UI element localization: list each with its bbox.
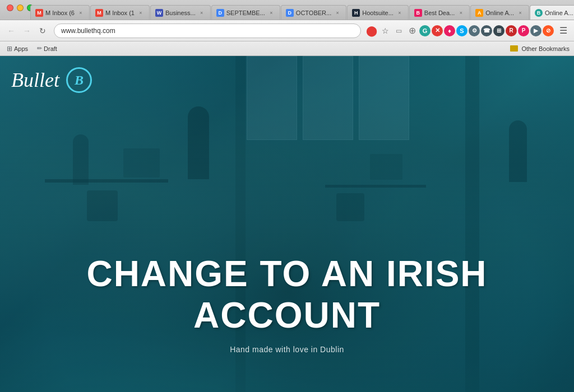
bookmark-star-icon[interactable]: ☆ — [379, 25, 391, 37]
tab-close-7[interactable]: × — [457, 9, 465, 17]
tab-gmail-2[interactable]: M M Inbox (1 × — [90, 5, 150, 20]
tab-close-6[interactable]: × — [396, 9, 404, 17]
tab-hootsuite[interactable]: H Hootsuite... × — [347, 5, 409, 20]
profile-icon[interactable]: ⊕ — [406, 25, 418, 37]
address-bar[interactable]: www.bullethq.com — [54, 24, 361, 38]
ext-icon-5[interactable]: ⚙ — [469, 25, 480, 36]
folder-icon — [510, 45, 518, 52]
bullet-logo-text: Bullet — [11, 68, 59, 92]
tabs-container: M M Inbox (6 × M M Inbox (1 × W Business… — [30, 0, 574, 20]
bookmark-draft[interactable]: ✏ Draft — [35, 44, 59, 53]
tab-close-8[interactable]: × — [516, 9, 524, 17]
tab-close-3[interactable]: × — [198, 9, 206, 17]
ext-icon-11[interactable]: ⊘ — [543, 25, 554, 36]
ext-icon-9[interactable]: P — [518, 25, 529, 36]
toolbar-icons-right: ⬤ ☆ ▭ ⊕ G ✕ ♦ S ⚙ ☎ ⊞ R P ▶ ⊘ ☰ — [365, 25, 570, 37]
hero-heading: CHANGE TO AN IRISH ACCOUNT — [0, 253, 574, 336]
online-favicon: A — [475, 9, 483, 17]
gmail2-favicon: M — [95, 9, 103, 17]
close-button[interactable] — [7, 4, 13, 11]
navigation-toolbar: ← → ↻ www.bullethq.com ⬤ ☆ ▭ ⊕ G ✕ ♦ S ⚙… — [0, 20, 574, 41]
hootsuite-favicon: H — [352, 9, 360, 17]
bookmark-apps[interactable]: ⊞ Apps — [4, 44, 30, 54]
gmail-favicon: M — [35, 9, 43, 17]
doc2-favicon: D — [286, 9, 294, 17]
bullet-logo: Bullet B — [11, 67, 92, 93]
doc-favicon: D — [216, 9, 224, 17]
tab-close-4[interactable]: × — [267, 9, 275, 17]
tab-business[interactable]: W Business... × — [150, 5, 211, 20]
ext-icon-3[interactable]: ♦ — [444, 25, 455, 36]
back-button[interactable]: ← — [4, 24, 18, 38]
chrome-menu-icon[interactable]: ☰ — [557, 25, 570, 37]
website-content: Bullet B CHANGE TO AN IRISH ACCOUNT Hand… — [0, 56, 574, 392]
ext-icon-4[interactable]: S — [456, 25, 467, 36]
deal-favicon: B — [414, 9, 422, 17]
reload-button[interactable]: ↻ — [36, 24, 49, 38]
office-scene — [0, 56, 574, 392]
tab-bestdeal[interactable]: B Best Dea... × — [409, 5, 470, 20]
browser-window: M M Inbox (6 × M M Inbox (1 × W Business… — [0, 0, 574, 392]
cast-icon[interactable]: ▭ — [392, 25, 405, 37]
tab-close-2[interactable]: × — [137, 9, 145, 17]
bullet-favicon: B — [535, 9, 543, 17]
tab-october[interactable]: D OCTOBER... × — [281, 5, 346, 20]
tab-close-5[interactable]: × — [334, 9, 341, 17]
forward-button[interactable]: → — [20, 24, 34, 38]
tab-close-1[interactable]: × — [77, 9, 85, 17]
apps-star-icon: ⊞ — [7, 45, 12, 53]
business-favicon: W — [155, 9, 163, 17]
ext-icon-10[interactable]: ▶ — [530, 25, 541, 36]
bullet-logo-badge: B — [66, 67, 92, 93]
stop-icon[interactable]: ⬤ — [365, 25, 378, 37]
other-bookmarks[interactable]: Other Bookmarks — [510, 45, 570, 52]
hero-subtitle: Hand made with love in Dublin — [0, 345, 574, 354]
ext-icon-6[interactable]: ☎ — [481, 25, 492, 36]
tab-bullethq[interactable]: B Online A... × — [530, 5, 574, 20]
tab-september[interactable]: D SEPTEMBE... × — [211, 5, 280, 20]
ext-icon-8[interactable]: R — [506, 25, 517, 36]
ext-icon-1[interactable]: G — [419, 25, 430, 36]
title-bar: M M Inbox (6 × M M Inbox (1 × W Business… — [0, 0, 574, 20]
draft-pencil-icon: ✏ — [37, 45, 42, 52]
ext-icon-2[interactable]: ✕ — [432, 25, 443, 36]
ext-icon-7[interactable]: ⊞ — [493, 25, 504, 36]
tab-gmail-1[interactable]: M M Inbox (6 × — [30, 5, 90, 20]
minimize-button[interactable] — [17, 4, 24, 11]
tab-online-a[interactable]: A Online A... × — [470, 5, 529, 20]
bookmarks-bar: ⊞ Apps ✏ Draft Other Bookmarks — [0, 41, 574, 56]
